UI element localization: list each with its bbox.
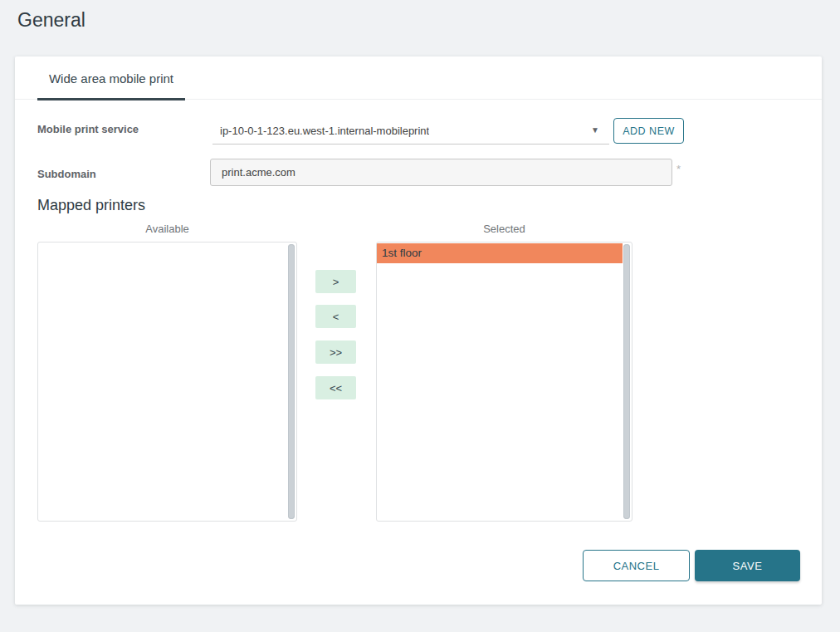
save-button[interactable]: SAVE bbox=[695, 550, 800, 581]
add-new-button[interactable]: ADD NEW bbox=[613, 118, 684, 144]
chevron-down-icon[interactable]: ▼ bbox=[591, 126, 599, 135]
available-printers-listbox[interactable] bbox=[37, 242, 297, 522]
list-item[interactable]: 1st floor bbox=[377, 243, 623, 263]
available-list-label: Available bbox=[37, 223, 297, 235]
mobile-print-service-label: Mobile print service bbox=[37, 123, 139, 135]
selected-printers-items: 1st floor bbox=[377, 243, 623, 521]
scrollbar-thumb[interactable] bbox=[623, 244, 630, 519]
mapped-printers-heading: Mapped printers bbox=[37, 197, 145, 214]
tab-active-underline bbox=[37, 98, 185, 100]
required-asterisk: * bbox=[676, 163, 681, 175]
page-title: General bbox=[17, 9, 85, 32]
mobile-print-service-select[interactable]: ip-10-0-1-123.eu.west-1.internal-mobilep… bbox=[212, 118, 609, 145]
available-printers-items bbox=[38, 243, 287, 521]
available-scrollbar[interactable] bbox=[287, 243, 295, 520]
selected-list-label: Selected bbox=[376, 223, 632, 235]
tab-label: Wide area mobile print bbox=[49, 71, 173, 86]
selected-scrollbar[interactable] bbox=[623, 243, 631, 520]
move-all-left-button[interactable]: << bbox=[315, 376, 356, 399]
subdomain-input[interactable] bbox=[210, 159, 672, 186]
subdomain-label: Subdomain bbox=[37, 168, 96, 180]
scrollbar-thumb[interactable] bbox=[288, 244, 295, 519]
move-right-button[interactable]: > bbox=[315, 270, 356, 293]
tab-bar: Wide area mobile print bbox=[15, 56, 822, 100]
move-left-button[interactable]: < bbox=[315, 305, 356, 328]
settings-card: Wide area mobile print Mobile print serv… bbox=[15, 56, 822, 605]
cancel-button[interactable]: CANCEL bbox=[583, 550, 690, 581]
move-all-right-button[interactable]: >> bbox=[315, 340, 356, 364]
mobile-print-service-value: ip-10-0-1-123.eu.west-1.internal-mobilep… bbox=[212, 125, 429, 137]
selected-printers-listbox[interactable]: 1st floor bbox=[376, 242, 632, 522]
tab-wide-area-mobile-print[interactable]: Wide area mobile print bbox=[37, 56, 185, 100]
